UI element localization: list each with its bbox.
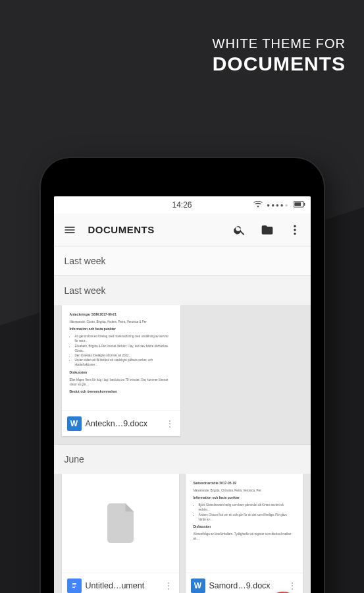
status-bar: 14:26 ●●●●● (54, 196, 311, 213)
card-overflow-icon[interactable]: ⋮ (287, 580, 298, 591)
card-overflow-icon[interactable]: ⋮ (165, 418, 175, 429)
section-header-top: Last week (54, 246, 311, 275)
svg-rect-1 (294, 202, 301, 206)
svg-rect-10 (72, 587, 75, 588)
word-doc-icon: W (191, 579, 205, 593)
app-screen: 14:26 ●●●●● DOCUMENTS (54, 196, 311, 593)
section-header-lastweek: Last week (54, 276, 311, 305)
folder-icon[interactable] (258, 221, 276, 239)
promo-line2: DOCUMENTS (213, 53, 346, 75)
document-name: Untitled…ument (86, 581, 159, 590)
menu-icon[interactable] (61, 221, 79, 239)
overflow-icon[interactable] (286, 221, 304, 239)
card-overflow-icon[interactable]: ⋮ (163, 580, 174, 591)
document-preview-empty (62, 474, 179, 573)
svg-point-5 (294, 233, 296, 235)
phone-frame: 14:26 ●●●●● DOCUMENTS (41, 158, 324, 593)
svg-point-4 (294, 229, 296, 231)
document-card[interactable]: Samordnarmöte 2017-05-19 Närvarande: Bir… (186, 474, 303, 593)
word-doc-icon: W (67, 416, 82, 431)
document-preview: Anteckningar SDM 2017-06-21 Närvarande: … (62, 305, 180, 410)
document-preview: Samordnarmöte 2017-05-19 Närvarande: Bir… (186, 474, 303, 573)
status-time: 14:26 (172, 200, 192, 210)
svg-rect-9 (72, 586, 76, 586)
document-list[interactable]: Last week Last week Anteckningar SDM 201… (54, 246, 311, 593)
promo-line1: WHITE THEME FOR (213, 36, 346, 51)
document-name: Anteckn…9.docx (86, 419, 161, 428)
promo-banner: WHITE THEME FOR DOCUMENTS (213, 36, 346, 75)
document-card[interactable]: Untitled…ument ⋮ (62, 474, 179, 593)
document-name: Samord…9.docx (209, 581, 283, 590)
document-card[interactable]: Anteckningar SDM 2017-06-21 Närvarande: … (62, 305, 180, 436)
svg-rect-7 (72, 583, 76, 584)
section-header-june: June (54, 445, 311, 474)
svg-rect-2 (303, 203, 304, 206)
svg-rect-8 (72, 584, 76, 585)
wifi-icon (253, 200, 263, 210)
toolbar-title: DOCUMENTS (88, 224, 155, 235)
svg-point-3 (294, 225, 296, 227)
gdoc-icon (67, 579, 82, 593)
app-toolbar: DOCUMENTS (54, 213, 311, 246)
signal-dots-icon: ●●●●● (267, 202, 289, 208)
search-icon[interactable] (230, 221, 249, 239)
battery-icon (294, 200, 305, 210)
